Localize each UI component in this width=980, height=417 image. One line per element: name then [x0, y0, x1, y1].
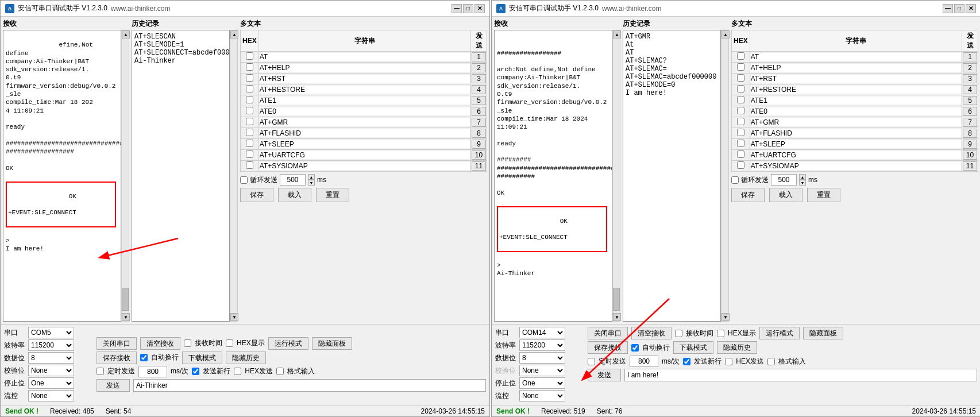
minimize-btn-1[interactable]: — [452, 4, 462, 13]
mt-send-btn[interactable]: 7 [963, 118, 977, 127]
mt-text-input[interactable] [260, 129, 470, 137]
mt-send-btn[interactable]: 5 [472, 96, 486, 105]
hide-panel-btn-2[interactable]: 隐藏面板 [803, 327, 843, 339]
interval-up-1[interactable]: ▲ [308, 174, 315, 180]
mt-hex-checkbox[interactable] [246, 150, 253, 158]
scrollbar-2[interactable]: ▲ ▼ [612, 30, 620, 322]
mt-text-input[interactable] [260, 140, 470, 148]
history-scroll-track-1[interactable] [230, 38, 237, 313]
clear-recv-btn-2[interactable]: 清空接收 [631, 327, 672, 339]
mt-send-btn[interactable]: 4 [472, 85, 486, 94]
mt-send-btn[interactable]: 1 [472, 52, 486, 61]
baud-select-1[interactable]: 115200 [28, 339, 74, 351]
mt-send-btn[interactable]: 4 [963, 85, 977, 94]
auto-newline-checkbox-1[interactable] [140, 354, 148, 361]
mt-send-btn[interactable]: 1 [963, 52, 977, 61]
mt-hex-checkbox[interactable] [737, 96, 744, 103]
mt-text-input[interactable] [260, 86, 470, 94]
mt-hex-checkbox[interactable] [246, 74, 253, 82]
mt-hex-checkbox[interactable] [246, 161, 253, 169]
mt-text-input[interactable] [751, 129, 961, 137]
save-btn-1[interactable]: 保存 [240, 188, 273, 202]
recv-time-checkbox-2[interactable] [675, 330, 682, 337]
send-btn-2[interactable]: 发送 [588, 369, 621, 381]
mt-text-input[interactable] [260, 118, 470, 126]
mt-text-input[interactable] [751, 96, 961, 105]
history-scroll-up-1[interactable]: ▲ [230, 30, 238, 38]
mt-text-input[interactable] [751, 118, 961, 126]
mt-send-btn[interactable]: 3 [472, 74, 486, 83]
mt-text-input[interactable] [260, 107, 470, 115]
mt-send-btn[interactable]: 6 [472, 107, 486, 116]
mt-send-btn[interactable]: 9 [963, 140, 977, 149]
mt-hex-checkbox[interactable] [737, 161, 744, 169]
run-mode-btn-1[interactable]: 运行模式 [268, 337, 308, 350]
mt-send-btn[interactable]: 2 [472, 63, 486, 72]
mt-text-input[interactable] [260, 96, 470, 105]
mt-send-btn[interactable]: 5 [963, 96, 977, 105]
scroll-thumb-2[interactable] [613, 288, 620, 311]
mt-hex-checkbox[interactable] [737, 118, 744, 125]
hex-send-checkbox-2[interactable] [725, 358, 732, 365]
mt-hex-checkbox[interactable] [246, 96, 253, 103]
scroll-up-1[interactable]: ▲ [122, 30, 130, 38]
mt-send-btn[interactable]: 7 [472, 118, 486, 127]
mt-hex-checkbox[interactable] [246, 52, 253, 60]
mt-text-input[interactable] [751, 107, 961, 115]
timed-interval-2[interactable] [630, 356, 658, 367]
timed-send-checkbox-2[interactable] [588, 358, 595, 365]
mt-send-btn[interactable]: 10 [472, 150, 486, 160]
baud-select-2[interactable]: 115200 [519, 339, 565, 351]
history-scroll-dn-1[interactable]: ▼ [230, 313, 238, 321]
mt-send-btn[interactable]: 6 [963, 107, 977, 116]
auto-newline-checkbox-2[interactable] [631, 344, 639, 352]
mt-hex-checkbox[interactable] [246, 129, 253, 136]
close-btn-2[interactable]: ✕ [966, 4, 976, 13]
timed-interval-1[interactable] [138, 366, 167, 377]
hex-send-checkbox-1[interactable] [234, 368, 241, 375]
interval-dn-1[interactable]: ▼ [308, 180, 315, 186]
mt-hex-checkbox[interactable] [737, 52, 744, 60]
format-checkbox-1[interactable] [276, 368, 284, 375]
maximize-btn-2[interactable]: □ [954, 4, 964, 13]
stopbits-select-2[interactable]: One [519, 377, 565, 389]
history-scrollbar-2[interactable]: ▲ ▼ [721, 30, 729, 322]
hex-display-checkbox-2[interactable] [717, 330, 724, 337]
loop-interval-1[interactable] [280, 174, 306, 186]
mt-hex-checkbox[interactable] [737, 140, 744, 147]
load-btn-2[interactable]: 载入 [769, 188, 802, 202]
mt-text-input[interactable] [751, 75, 961, 83]
reset-btn-2[interactable]: 重置 [807, 188, 840, 202]
databits-select-2[interactable]: 8 [519, 352, 565, 364]
interval-dn-2[interactable]: ▼ [799, 180, 806, 186]
mt-hex-checkbox[interactable] [737, 74, 744, 82]
parity-select-2[interactable]: None [519, 365, 565, 376]
loop-send-checkbox-2[interactable] [731, 176, 739, 184]
format-checkbox-2[interactable] [767, 358, 775, 365]
close-btn-1[interactable]: ✕ [474, 4, 485, 13]
new-line-checkbox-1[interactable] [192, 368, 199, 375]
mt-send-btn[interactable]: 8 [963, 129, 977, 138]
serial-port-select-1[interactable]: COM5 [28, 327, 74, 338]
scroll-up-2[interactable]: ▲ [613, 30, 621, 38]
reset-btn-1[interactable]: 重置 [316, 188, 349, 202]
scroll-track-1[interactable] [122, 38, 129, 313]
clear-recv-btn-1[interactable]: 清空接收 [140, 337, 180, 350]
databits-select-1[interactable]: 8 [28, 352, 74, 364]
mt-hex-checkbox[interactable] [246, 107, 253, 114]
serial-port-select-2[interactable]: COM14 [519, 327, 565, 338]
mt-hex-checkbox[interactable] [737, 85, 744, 92]
mt-send-btn[interactable]: 9 [472, 140, 486, 149]
scroll-track-2[interactable] [613, 38, 620, 313]
maximize-btn-1[interactable]: □ [463, 4, 473, 13]
scrollbar-1[interactable]: ▲ ▼ [121, 30, 129, 322]
mt-text-input[interactable] [260, 75, 470, 83]
scroll-down-1[interactable]: ▼ [122, 313, 130, 321]
mt-send-btn[interactable]: 11 [963, 161, 977, 171]
mt-send-btn[interactable]: 10 [963, 150, 977, 160]
history-scroll-dn-2[interactable]: ▼ [722, 313, 730, 321]
scroll-thumb-1[interactable] [122, 288, 129, 311]
mt-send-btn[interactable]: 11 [472, 161, 486, 171]
mt-send-btn[interactable]: 8 [472, 129, 486, 138]
hide-panel-btn-1[interactable]: 隐藏面板 [312, 337, 352, 350]
